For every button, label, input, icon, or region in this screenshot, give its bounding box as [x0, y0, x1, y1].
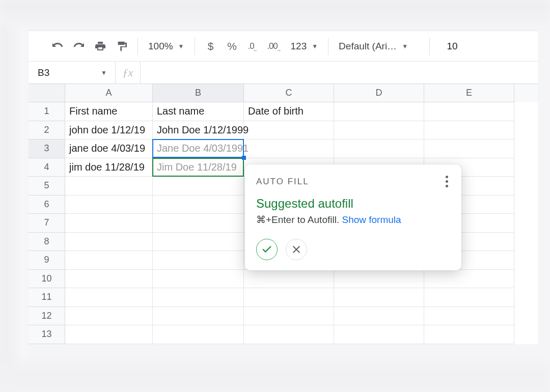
toolbar: 100% ▼ $ % .0← .00→ 123 ▼ Default (Ari… … — [29, 31, 538, 62]
more-formats-dropdown[interactable]: 123 ▼ — [288, 41, 321, 52]
cell[interactable]: jim doe 11/28/19 — [65, 158, 153, 177]
font-name: Default (Ari… — [339, 41, 397, 52]
cell[interactable] — [65, 195, 153, 214]
cell[interactable] — [65, 288, 153, 307]
active-cell-ref: B3 — [38, 67, 49, 78]
percent-format-button[interactable]: % — [224, 37, 241, 55]
cell[interactable] — [424, 121, 514, 140]
cell[interactable] — [424, 139, 514, 158]
cell[interactable] — [65, 325, 153, 344]
cell[interactable] — [153, 214, 244, 233]
zoom-value: 100% — [148, 41, 173, 52]
cell[interactable]: Jane Doe 4/03/1991 — [153, 139, 244, 158]
cell[interactable] — [153, 195, 244, 214]
cell[interactable] — [153, 307, 244, 326]
row-header[interactable]: 7 — [29, 214, 65, 233]
autofill-hint: ⌘+Enter to Autofill. Show formula — [256, 214, 450, 226]
autofill-popover: AUTO FILL Suggested autofill ⌘+Enter to … — [245, 164, 461, 270]
cell[interactable]: john doe 1/12/19 — [65, 121, 153, 140]
font-size-input[interactable]: 10 — [437, 41, 468, 52]
cell[interactable]: Jim Doe 11/28/19 — [153, 158, 244, 177]
autofill-header: AUTO FILL — [256, 177, 309, 187]
cell[interactable] — [334, 288, 424, 307]
name-box[interactable]: B3 ▼ — [29, 67, 115, 78]
fill-handle[interactable] — [242, 156, 246, 160]
dropdown-caret-icon: ▼ — [402, 43, 408, 50]
cell[interactable] — [65, 214, 153, 233]
row-header[interactable]: 1 — [29, 102, 65, 121]
show-formula-link[interactable]: Show formula — [342, 214, 401, 225]
table-row: 12 — [29, 307, 538, 326]
accept-autofill-button[interactable] — [256, 239, 278, 260]
cell[interactable] — [334, 102, 424, 121]
cell[interactable] — [153, 270, 244, 289]
cell[interactable] — [244, 307, 334, 326]
cell[interactable]: Date of birth — [244, 102, 334, 121]
row-header[interactable]: 12 — [29, 307, 65, 326]
cell[interactable] — [334, 139, 424, 158]
more-options-button[interactable] — [444, 174, 450, 189]
cell[interactable] — [424, 102, 514, 121]
row-header[interactable]: 6 — [29, 195, 65, 214]
cell[interactable] — [244, 121, 334, 140]
column-header[interactable]: D — [334, 84, 424, 102]
cell[interactable] — [65, 307, 153, 326]
cell[interactable] — [334, 270, 424, 289]
row-header[interactable]: 2 — [29, 121, 65, 140]
cell[interactable] — [334, 307, 424, 326]
reject-autofill-button[interactable] — [286, 239, 307, 260]
row-header[interactable]: 4 — [29, 158, 65, 177]
row-header[interactable]: 3 — [29, 139, 65, 158]
dot-icon — [446, 176, 448, 178]
cell[interactable] — [65, 177, 153, 195]
cell[interactable] — [244, 288, 334, 307]
column-header[interactable]: A — [65, 84, 153, 102]
cell[interactable] — [65, 270, 153, 289]
dot-icon — [446, 185, 448, 187]
cell[interactable] — [334, 121, 424, 140]
row-header[interactable]: 9 — [29, 251, 65, 270]
row-header[interactable]: 5 — [29, 177, 65, 195]
cell[interactable] — [244, 270, 334, 289]
cell[interactable]: John Doe 1/12/1999 — [153, 121, 244, 140]
cell[interactable] — [424, 288, 514, 307]
cell[interactable] — [153, 325, 244, 344]
row-header[interactable]: 8 — [29, 233, 65, 251]
column-header[interactable]: C — [244, 84, 334, 102]
cell[interactable] — [244, 325, 334, 344]
fx-icon: ƒx — [115, 62, 141, 83]
font-family-dropdown[interactable]: Default (Ari… ▼ — [336, 41, 422, 52]
increase-decimal-button[interactable]: .00→ — [266, 37, 284, 55]
decrease-decimal-button[interactable]: .0← — [245, 37, 262, 55]
cell[interactable] — [65, 251, 153, 270]
cell[interactable] — [153, 233, 244, 251]
row-header[interactable]: 13 — [29, 325, 65, 344]
undo-button[interactable] — [49, 37, 66, 55]
cell[interactable]: jane doe 4/03/19 — [65, 139, 153, 158]
cell[interactable] — [424, 270, 514, 289]
cell[interactable] — [153, 177, 244, 195]
paint-format-button[interactable] — [113, 37, 130, 55]
cell[interactable] — [424, 307, 514, 326]
cell[interactable] — [334, 325, 424, 344]
cell[interactable]: Last name — [153, 102, 244, 121]
column-header[interactable]: E — [424, 84, 514, 102]
dropdown-caret-icon: ▼ — [312, 43, 318, 50]
table-row: 3 jane doe 4/03/19 Jane Doe 4/03/1991 — [29, 139, 538, 158]
table-row: 11 — [29, 288, 538, 307]
cell[interactable]: First name — [65, 102, 153, 121]
cell[interactable] — [153, 251, 244, 270]
column-header[interactable]: B — [153, 84, 244, 102]
redo-button[interactable] — [70, 37, 88, 55]
row-header[interactable]: 10 — [29, 270, 65, 289]
cell[interactable] — [65, 233, 153, 251]
print-button[interactable] — [92, 37, 109, 55]
currency-format-button[interactable]: $ — [202, 37, 219, 55]
row-header[interactable]: 11 — [29, 288, 65, 307]
zoom-dropdown[interactable]: 100% ▼ — [145, 41, 187, 52]
cell[interactable] — [424, 325, 514, 344]
cell[interactable] — [153, 288, 244, 307]
select-all-corner[interactable] — [29, 84, 65, 102]
cell[interactable] — [244, 139, 334, 158]
dropdown-caret-icon: ▼ — [178, 43, 184, 50]
